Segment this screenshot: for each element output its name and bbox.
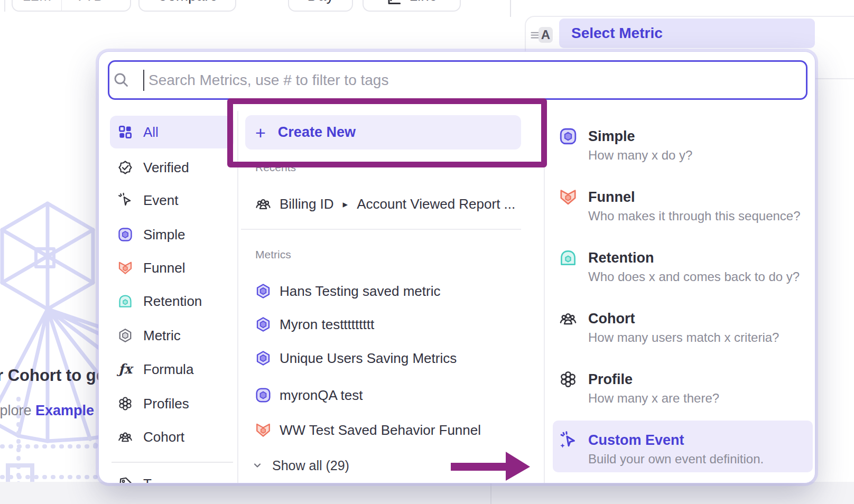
compare-button[interactable]: Compare [138, 0, 236, 12]
sidebar-item-metric[interactable]: Metric [117, 326, 181, 345]
sidebar-item-retention[interactable]: Retention [117, 292, 202, 311]
grid-icon [117, 124, 133, 140]
metrics-heading: Metrics [255, 248, 291, 261]
toolbar-button-fragment-edge [4, 0, 5, 12]
select-metric-button[interactable]: Select Metric [559, 18, 815, 48]
column-divider-top [510, 0, 511, 17]
recent-item-billing-id[interactable]: Billing ID ▸ Account Viewed Report ... [255, 194, 515, 213]
create-new-button[interactable]: + Create New [245, 115, 521, 150]
funnel-icon [117, 260, 133, 276]
metric-type-funnel[interactable]: Funnel Who makes it through this sequenc… [559, 186, 807, 208]
search-icon [113, 71, 129, 88]
saved-metric-hexagon-icon [255, 350, 272, 367]
metric-type-custom-event[interactable]: Custom Event Build your own event defini… [559, 430, 807, 451]
list-divider [544, 111, 545, 483]
sidebar-item-profiles[interactable]: Profiles [117, 394, 189, 413]
search-input[interactable] [108, 60, 807, 100]
sidebar-item-verified[interactable]: Verified [117, 158, 189, 177]
page-bottom-band [0, 482, 854, 504]
sidebar-item-partial[interactable]: T [117, 474, 152, 483]
breadcrumb-arrow-icon: ▸ [343, 198, 348, 210]
metric-type-cohort[interactable]: Cohort How many users match x criteria? [559, 308, 807, 329]
interval-day-button[interactable]: Day [288, 0, 353, 12]
series-letter-badge: A [539, 27, 553, 43]
metric-picker-modal: All Verified Event Simple Funnel Retenti… [98, 51, 815, 483]
cohort-icon [255, 195, 272, 212]
metric-type-retention[interactable]: Retention Who does x and comes back to d… [559, 247, 807, 268]
custom-event-icon [559, 431, 578, 450]
sidebar-item-simple[interactable]: Simple [117, 225, 185, 244]
profiles-icon [559, 370, 578, 389]
metric-list-item[interactable]: WW Test Saved Behavior Funnel [255, 421, 481, 440]
sidebar-section-divider [112, 462, 233, 463]
simple-icon [559, 127, 578, 146]
cohort-icon [117, 429, 133, 445]
recents-heading: Recents [255, 161, 296, 174]
formula-icon: ƒx [117, 361, 133, 377]
sidebar-item-formula[interactable]: ƒx Formula [117, 360, 193, 379]
sidebar-item-cohort[interactable]: Cohort [117, 427, 184, 446]
explore-prefix-text: xplore [0, 403, 35, 418]
simple-icon [255, 387, 272, 404]
chart-type-line-button[interactable]: Line [363, 0, 461, 12]
plus-icon: + [255, 125, 266, 141]
tag-icon [117, 476, 133, 483]
funnel-icon [559, 188, 578, 207]
metric-list-item[interactable]: Unique Users Saving Metrics [255, 349, 457, 368]
line-chart-icon [386, 0, 402, 6]
sidebar-item-funnel[interactable]: Funnel [117, 258, 185, 277]
metric-hexagon-icon [117, 328, 133, 343]
saved-metric-hexagon-icon [255, 316, 272, 333]
metric-list-item[interactable]: Myron testtttttttt [255, 315, 374, 334]
metric-type-simple[interactable]: Simple How many x do y? [559, 126, 807, 147]
chevron-down-icon [251, 459, 264, 472]
saved-metric-hexagon-icon [255, 283, 272, 300]
background-explore-line: xplore Example R [0, 403, 108, 419]
funnel-icon [255, 422, 272, 438]
retention-icon [117, 293, 133, 309]
verified-badge-icon [117, 160, 133, 175]
event-cursor-icon [117, 192, 133, 208]
example-reports-link[interactable]: Example R [35, 403, 108, 418]
date-range-12m-button[interactable]: 12M [12, 0, 62, 12]
sidebar-item-all[interactable]: All [110, 116, 234, 148]
sidebar-item-event[interactable]: Event [117, 191, 179, 210]
recents-metrics-divider [241, 229, 521, 230]
profiles-icon [117, 396, 133, 412]
metric-type-profile[interactable]: Profile How many x are there? [559, 369, 807, 390]
date-range-ytd-button[interactable]: YTD [62, 0, 131, 12]
sidebar-divider [237, 111, 238, 483]
column-divider-bottom [490, 482, 491, 504]
show-all-button[interactable]: Show all (29) [251, 456, 349, 475]
cohort-icon [559, 309, 578, 328]
background-headline-fragment: r Cohort to ge [0, 366, 105, 385]
metric-list-item[interactable]: myronQA test [255, 386, 363, 405]
simple-icon [117, 227, 133, 242]
metric-list-item[interactable]: Hans Testing saved metric [255, 282, 440, 301]
retention-icon [559, 248, 578, 267]
